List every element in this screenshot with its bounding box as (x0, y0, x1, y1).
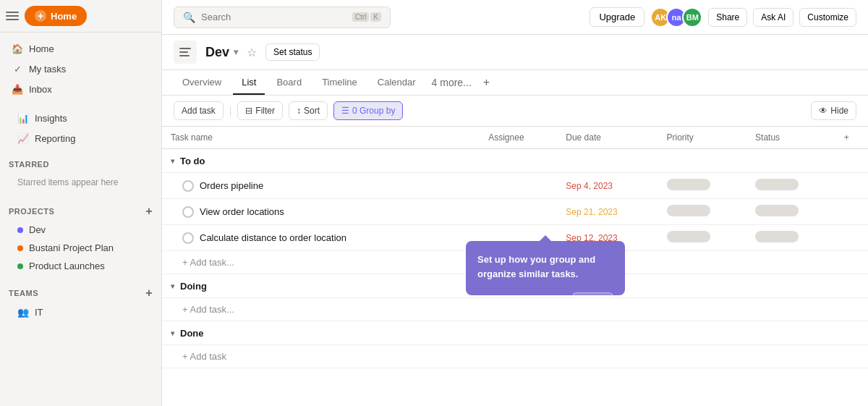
task-status-1 (755, 179, 799, 190)
project-dot-dev (17, 227, 23, 233)
star-button[interactable]: ☆ (247, 46, 257, 59)
sidebar-item-insights[interactable]: 📊 Insights (9, 108, 153, 128)
section-label-doing: Doing (180, 281, 207, 292)
top-bar: 🔍 Ctrl K Upgrade AK na BM Share Ask AI C… (162, 0, 868, 35)
add-task-row-done[interactable]: + Add task (162, 345, 868, 368)
share-button[interactable]: Share (708, 8, 747, 27)
task-name-cell-1: Orders pipeline (182, 180, 471, 192)
inbox-icon: 📥 (12, 83, 23, 95)
project-item-product-launches[interactable]: Product Launches (9, 257, 153, 275)
task-priority-2 (667, 205, 710, 216)
project-header: Dev ▾ ☆ Set status (162, 35, 868, 70)
tooltip-box: Set up how you group and organize simila… (466, 241, 625, 295)
add-project-button[interactable]: + (145, 205, 153, 218)
th-task-name: Task name (162, 127, 480, 149)
section-collapse-done[interactable]: ▾ Done (171, 328, 204, 339)
team-label-it: IT (35, 307, 43, 318)
got-it-button[interactable]: Got it (572, 292, 613, 310)
collapse-icon-done: ▾ (171, 329, 174, 337)
add-task-button[interactable]: Add task (174, 101, 224, 120)
task-due-1: Sep 4, 2023 (566, 181, 613, 191)
add-task-label: Add task (182, 106, 216, 116)
section-collapse-doing[interactable]: ▾ Doing (171, 281, 207, 292)
sidebar-item-home-label: Home (29, 43, 54, 54)
home-icon: 🏠 (12, 43, 23, 54)
collapse-icon-to-do: ▾ (171, 157, 174, 165)
section-collapse-to-do[interactable]: ▾ To do (171, 156, 205, 166)
sidebar-top: + Home (0, 0, 161, 33)
task-check-1[interactable] (182, 180, 194, 192)
projects-section-header: Projects + (9, 199, 153, 221)
hide-button[interactable]: 👁 Hide (811, 101, 856, 120)
project-title: Dev ▾ (205, 45, 238, 60)
project-name: Dev (205, 45, 229, 60)
project-item-dev[interactable]: Dev (9, 221, 153, 239)
avatar-bm[interactable]: BM (682, 7, 702, 28)
task-due-2: Sep 21, 2023 (566, 207, 617, 217)
sort-button[interactable]: ↕ Sort (289, 101, 328, 120)
task-check-2[interactable] (182, 206, 194, 218)
project-label-product-launches: Product Launches (29, 261, 105, 271)
tab-overview[interactable]: Overview (174, 71, 230, 95)
project-chevron-icon[interactable]: ▾ (234, 47, 238, 57)
tooltip-overlay: Set up how you group and organize simila… (466, 241, 625, 310)
section-label-to-do: To do (180, 156, 205, 166)
project-label-bustani: Bustani Project Plan (29, 242, 114, 253)
search-bar[interactable]: 🔍 Ctrl K (174, 7, 391, 28)
toolbar: Add task | ⊟ Filter ↕ Sort ☰ 0 Group by … (162, 96, 868, 127)
search-shortcut: Ctrl K (352, 12, 381, 22)
starred-label: Starred (9, 160, 49, 169)
customize-button[interactable]: Customize (799, 8, 856, 27)
k-key: K (370, 12, 381, 22)
sidebar-item-home[interactable]: 🏠 Home (3, 38, 158, 59)
task-name-cell-3: Calculate distance to order location (182, 232, 471, 244)
menu-icon[interactable] (6, 9, 19, 22)
svg-rect-0 (179, 48, 191, 49)
svg-rect-1 (179, 51, 188, 53)
task-add-1 (835, 173, 868, 199)
add-team-button[interactable]: + (145, 287, 153, 300)
sidebar-item-it[interactable]: 👥 IT (9, 303, 153, 321)
group-by-button[interactable]: ☰ 0 Group by (333, 101, 403, 120)
search-input[interactable] (201, 12, 346, 22)
tab-list[interactable]: List (233, 71, 265, 95)
tab-calendar[interactable]: Calendar (369, 71, 425, 95)
task-status-2 (755, 205, 799, 216)
group-by-label: 0 Group by (352, 106, 395, 116)
sidebar-item-reporting-label: Reporting (35, 133, 75, 144)
hide-label: Hide (830, 106, 848, 116)
create-label: Home (51, 11, 77, 22)
insights-icon: 📊 (17, 112, 29, 124)
task-priority-1 (667, 179, 710, 190)
sidebar: + Home 🏠 Home ✓ My tasks 📥 Inbox 📊 Insig… (0, 0, 162, 406)
sidebar-item-my-tasks[interactable]: ✓ My tasks (3, 59, 158, 79)
th-add-field[interactable]: + (835, 127, 868, 149)
section-to-do: ▾ To do (162, 149, 868, 173)
set-status-button[interactable]: Set status (265, 43, 320, 61)
projects-label: Projects (9, 207, 54, 216)
group-by-icon: ☰ (341, 106, 349, 116)
task-name-1: Orders pipeline (200, 180, 263, 191)
hide-icon: 👁 (819, 106, 827, 116)
task-name-3: Calculate distance to order location (200, 232, 346, 243)
insights-section: 📊 Insights 📈 Reporting (0, 105, 161, 151)
team-icon: 👥 (17, 306, 29, 318)
tab-more[interactable]: 4 more... (427, 71, 476, 94)
tab-timeline[interactable]: Timeline (313, 71, 366, 95)
check-icon: ✓ (12, 63, 23, 75)
project-item-bustani[interactable]: Bustani Project Plan (9, 239, 153, 257)
sidebar-item-inbox[interactable]: 📥 Inbox (3, 79, 158, 99)
filter-label: Filter (255, 106, 275, 116)
task-check-3[interactable] (182, 232, 194, 244)
filter-button[interactable]: ⊟ Filter (237, 101, 283, 120)
set-status-label: Set status (273, 47, 312, 57)
add-tab-button[interactable]: + (479, 70, 494, 95)
upgrade-button[interactable]: Upgrade (590, 7, 644, 27)
ask-ai-button[interactable]: Ask AI (753, 8, 793, 27)
sidebar-item-reporting[interactable]: 📈 Reporting (9, 128, 153, 148)
sidebar-item-insights-label: Insights (35, 113, 67, 124)
th-status: Status (746, 127, 835, 149)
create-button[interactable]: + Home (25, 6, 87, 26)
tab-board[interactable]: Board (268, 71, 310, 95)
starred-empty-message: Starred items appear here (9, 172, 153, 193)
